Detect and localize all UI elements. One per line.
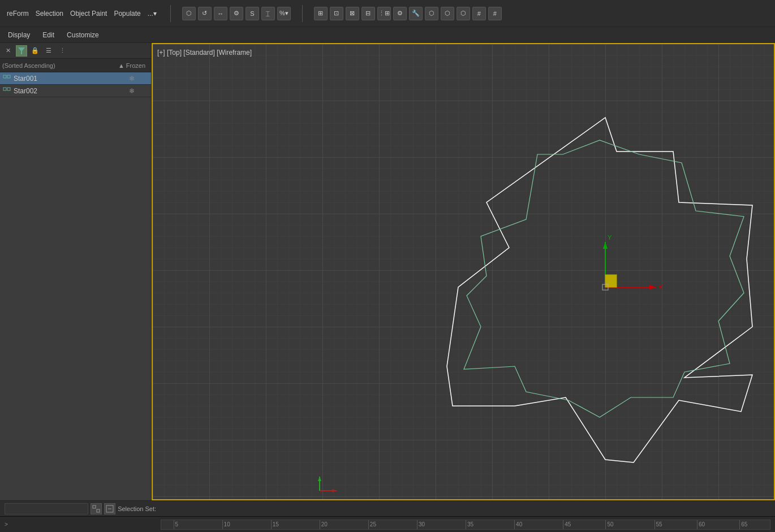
- toolbar-btn-10[interactable]: ⊠: [346, 7, 359, 20]
- svg-rect-22: [97, 509, 100, 512]
- separator-1: [170, 5, 171, 22]
- timeline-left-arrow[interactable]: >: [5, 521, 8, 527]
- viewport[interactable]: [+] [Top] [Standard] [Wireframe]: [152, 43, 775, 500]
- tick-55: 55: [655, 520, 662, 529]
- tab-object-paint[interactable]: Object Paint: [68, 8, 109, 19]
- main-content: ✕ 🔒 ☰ ⋮ (Sorted Ascending) ▲ Frozen: [0, 43, 775, 500]
- object-list: Star001 ❄ Star002 ❄: [0, 72, 151, 97]
- svg-text:Y: Y: [608, 234, 612, 241]
- toolbar-btn-3[interactable]: ↔: [214, 7, 227, 20]
- tick-35: 35: [466, 520, 473, 529]
- toolbar-tabs: reForm Selection Object Paint Populate .…: [5, 8, 159, 19]
- panel-toolbar: ✕ 🔒 ☰ ⋮: [0, 43, 151, 59]
- svg-rect-2: [7, 75, 10, 78]
- tab-more[interactable]: ...▾: [145, 8, 159, 19]
- col-name-header: (Sorted Ascending): [2, 62, 115, 69]
- tick-45: 45: [563, 520, 571, 529]
- svg-rect-13: [605, 275, 617, 287]
- toolbar-btn-19[interactable]: #: [488, 7, 502, 20]
- viewport-label: [+] [Top] [Standard] [Wireframe]: [157, 49, 252, 57]
- col-frozen-header: ▲ Frozen: [115, 62, 149, 69]
- toolbar-btn-9[interactable]: ⊡: [330, 7, 343, 20]
- list-item[interactable]: Star002 ❄: [0, 85, 151, 97]
- item-name-star002: Star002: [14, 87, 115, 95]
- menu-bar: Display Edit Customize: [0, 27, 775, 43]
- left-panel: ✕ 🔒 ☰ ⋮ (Sorted Ascending) ▲ Frozen: [0, 43, 152, 500]
- toolbar-btn-1[interactable]: ⬡: [182, 7, 196, 20]
- item-icon-star001: [2, 74, 11, 83]
- svg-rect-4: [7, 88, 10, 90]
- toolbar-btn-15[interactable]: ⬡: [425, 7, 438, 20]
- panel-lock-btn[interactable]: 🔒: [29, 45, 41, 57]
- tab-populate[interactable]: Populate: [111, 8, 143, 19]
- toolbar-btn-17[interactable]: ⬡: [457, 7, 470, 20]
- svg-rect-3: [3, 88, 6, 90]
- svg-rect-21: [93, 505, 96, 508]
- sel-set-icon-2[interactable]: [104, 503, 115, 514]
- tick-40: 40: [514, 520, 522, 529]
- tick-20: 20: [320, 520, 328, 529]
- toolbar-btn-7[interactable]: %▾: [277, 7, 291, 20]
- toolbar-btn-14[interactable]: 🔧: [409, 7, 423, 20]
- list-header: (Sorted Ascending) ▲ Frozen: [0, 59, 151, 72]
- svg-text:X: X: [658, 284, 663, 291]
- toolbar-btn-16[interactable]: ⬡: [441, 7, 454, 20]
- toolbar-btn-18[interactable]: #: [472, 7, 486, 20]
- panel-filter-btn[interactable]: [16, 45, 27, 57]
- tab-selection[interactable]: Selection: [33, 8, 66, 19]
- toolbar-btn-13[interactable]: ⚙: [393, 7, 407, 20]
- toolbar-btn-5[interactable]: S: [246, 7, 259, 20]
- tick-65: 65: [739, 520, 747, 529]
- toolbar-btn-11[interactable]: ⊟: [361, 7, 375, 20]
- timeline-ruler[interactable]: 5 10 15 20 25 30 35 40 45 50 55 60 65: [161, 520, 770, 530]
- panel-close-btn[interactable]: ✕: [2, 45, 14, 57]
- sel-set-icon-1[interactable]: [91, 503, 102, 514]
- menu-customize[interactable]: Customize: [61, 30, 105, 40]
- menu-edit[interactable]: Edit: [37, 30, 60, 40]
- tick-50: 50: [605, 520, 613, 529]
- toolbar-btn-2[interactable]: ↺: [198, 7, 212, 20]
- tick-30: 30: [417, 520, 425, 529]
- top-toolbar: reForm Selection Object Paint Populate .…: [0, 0, 775, 27]
- toolbar-icons-right: ⊞ ⊡ ⊠ ⊟ ⋮⊞ ⚙ 🔧 ⬡ ⬡ ⬡ # #: [314, 7, 502, 20]
- toolbar-btn-6[interactable]: ⌶: [261, 7, 275, 20]
- panel-view-btn[interactable]: ☰: [43, 45, 54, 57]
- toolbar-btn-8[interactable]: ⊞: [314, 7, 328, 20]
- tick-5: 5: [174, 520, 179, 529]
- tick-10: 10: [222, 520, 230, 529]
- svg-rect-6: [153, 44, 774, 499]
- viewport-canvas: X Y: [153, 44, 774, 499]
- item-name-star001: Star001: [14, 75, 115, 83]
- selection-set-label: Selection Set:: [118, 505, 156, 512]
- item-frozen-star001: ❄: [115, 75, 149, 83]
- tick-60: 60: [697, 520, 705, 529]
- svg-rect-1: [3, 75, 6, 78]
- toolbar-btn-12[interactable]: ⋮⊞: [377, 7, 391, 20]
- toolbar-icons: ⬡ ↺ ↔ ⚙ S ⌶ %▾: [182, 7, 291, 20]
- list-item[interactable]: Star001 ❄: [0, 72, 151, 85]
- selection-set-bar: Selection Set:: [0, 500, 775, 516]
- item-icon-star002: [2, 86, 11, 96]
- panel-options-btn[interactable]: ⋮: [57, 45, 68, 57]
- tab-reform[interactable]: reForm: [5, 8, 31, 19]
- svg-marker-0: [18, 47, 25, 54]
- timeline-bar: > 5 10 15 20 25 30 35 40 45 50 55 60 65: [0, 516, 775, 532]
- item-frozen-star002: ❄: [115, 87, 149, 95]
- separator-2: [302, 5, 303, 22]
- tick-15: 15: [271, 520, 279, 529]
- tick-25: 25: [368, 520, 376, 529]
- toolbar-btn-4[interactable]: ⚙: [230, 7, 243, 20]
- menu-display[interactable]: Display: [2, 30, 36, 40]
